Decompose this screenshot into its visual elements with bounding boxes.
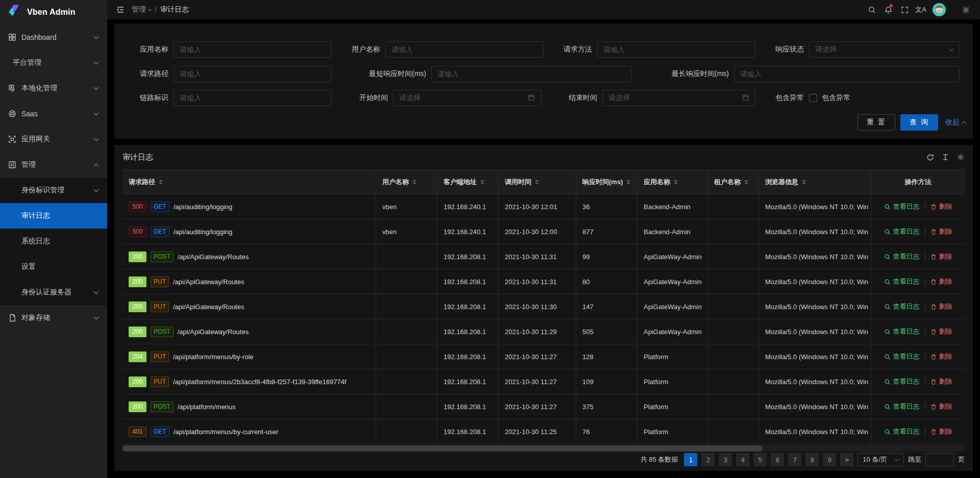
sidebar-item-audit-log[interactable]: 审计日志 xyxy=(0,203,107,229)
app-logo[interactable]: Vben Admin xyxy=(0,0,107,24)
sidebar-item-management[interactable]: 管理 xyxy=(0,152,107,178)
row-height-icon[interactable] xyxy=(942,154,949,161)
page-button-4[interactable]: 4 xyxy=(736,453,749,466)
menu-fold-icon[interactable] xyxy=(113,3,128,17)
sidebar-item-auth-server[interactable]: 身份认证服务器 xyxy=(0,280,107,305)
delete-button[interactable]: 删除 xyxy=(930,252,952,261)
column-header-5[interactable]: 响应时间(ms) xyxy=(576,170,638,194)
view-log-button[interactable]: 查看日志 xyxy=(884,427,920,436)
search-icon[interactable] xyxy=(864,0,880,19)
settings-gear-icon[interactable] xyxy=(958,0,974,19)
view-log-button[interactable]: 查看日志 xyxy=(884,377,920,386)
page-button-6[interactable]: 6 xyxy=(771,453,784,466)
user-avatar[interactable] xyxy=(931,0,947,19)
sort-caret[interactable] xyxy=(535,180,539,185)
fullscreen-icon[interactable] xyxy=(896,0,913,19)
horizontal-scrollbar-thumb[interactable] xyxy=(122,445,763,451)
query-button[interactable]: 查 询 xyxy=(900,114,938,131)
page-content: 应用名称 用户名称 请求方法 响应状态 请选择 xyxy=(107,19,980,478)
response-status-select[interactable]: 请选择 xyxy=(809,41,960,58)
include-exception-checkbox[interactable] xyxy=(809,94,817,102)
next-page-button[interactable]: > xyxy=(840,453,853,466)
table-settings-icon[interactable] xyxy=(957,153,965,161)
delete-button[interactable]: 删除 xyxy=(930,327,952,336)
sidebar-item-label: 平台管理 xyxy=(13,58,41,67)
view-log-button[interactable]: 查看日志 xyxy=(884,227,920,236)
jump-page-input[interactable] xyxy=(925,453,954,466)
refresh-icon[interactable] xyxy=(926,154,934,161)
delete-button[interactable]: 删除 xyxy=(930,202,952,211)
page-button-7[interactable]: 7 xyxy=(788,453,801,466)
page-button-8[interactable]: 8 xyxy=(805,453,819,466)
column-header-8[interactable]: 浏览器信息 xyxy=(759,170,871,194)
sort-caret[interactable] xyxy=(480,180,484,185)
delete-label: 删除 xyxy=(939,202,952,211)
page-button-1[interactable]: 1 xyxy=(684,453,697,466)
view-log-button[interactable]: 查看日志 xyxy=(884,302,920,311)
start-time-datepicker[interactable]: 请选择 xyxy=(393,90,541,106)
chevron-down-icon xyxy=(94,187,99,192)
notification-bell-icon[interactable] xyxy=(880,0,896,19)
sort-caret[interactable] xyxy=(802,180,806,185)
sidebar-item-saas[interactable]: Saas xyxy=(0,101,107,127)
sidebar-item-localization[interactable]: 本地化管理 xyxy=(0,76,107,101)
management-icon xyxy=(8,161,16,169)
date-placeholder: 请选择 xyxy=(608,93,630,103)
delete-button[interactable]: 删除 xyxy=(930,277,952,286)
page-button-3[interactable]: 3 xyxy=(719,453,732,466)
field-label: 结束时间 xyxy=(548,93,597,103)
view-log-button[interactable]: 查看日志 xyxy=(884,327,920,336)
delete-button[interactable]: 删除 xyxy=(930,227,952,236)
delete-label: 删除 xyxy=(939,352,952,361)
breadcrumb-item-management[interactable]: 管理 xyxy=(132,5,151,14)
call-time-cell: 2021-10-30 11:31 xyxy=(499,269,576,294)
sort-caret[interactable] xyxy=(674,180,678,185)
sidebar-item-identity-management[interactable]: 身份标识管理 xyxy=(0,178,107,203)
sidebar-item-settings[interactable]: 设置 xyxy=(0,254,107,280)
view-log-button[interactable]: 查看日志 xyxy=(884,277,920,286)
delete-label: 删除 xyxy=(939,277,952,286)
collapse-link[interactable]: 收起 xyxy=(945,118,966,127)
delete-button[interactable]: 删除 xyxy=(930,377,952,386)
user-name-input[interactable] xyxy=(385,41,544,58)
page-button-5[interactable]: 5 xyxy=(753,453,767,466)
sidebar-item-gateway[interactable]: 应用网关 xyxy=(0,127,107,152)
browser-info-cell: Mozilla/5.0 (Windows NT 10.0; Win xyxy=(759,269,871,294)
delete-button[interactable]: 删除 xyxy=(930,302,952,311)
app-name-input[interactable] xyxy=(174,41,332,58)
sidebar-item-label: 审计日志 xyxy=(21,211,50,220)
sidebar-item-system-log[interactable]: 系统日志 xyxy=(0,229,107,254)
request-path-input[interactable] xyxy=(174,66,332,82)
max-response-time-input[interactable] xyxy=(734,66,960,82)
sort-caret[interactable] xyxy=(626,180,630,185)
sort-caret[interactable] xyxy=(744,180,748,185)
sidebar-item-dashboard[interactable]: Dashboard xyxy=(0,24,107,50)
delete-button[interactable]: 删除 xyxy=(930,427,952,436)
view-log-button[interactable]: 查看日志 xyxy=(884,252,920,261)
sort-caret[interactable] xyxy=(412,180,416,185)
page-button-2[interactable]: 2 xyxy=(701,453,715,466)
view-log-button[interactable]: 查看日志 xyxy=(884,402,920,411)
column-header-2[interactable]: 用户名称 xyxy=(376,170,437,194)
reset-button[interactable]: 重 置 xyxy=(857,114,895,131)
request-method-input[interactable] xyxy=(597,41,755,58)
translate-icon[interactable]: 文A xyxy=(913,0,929,19)
sidebar-item-platform-management[interactable]: 平台管理 xyxy=(0,50,107,76)
end-time-datepicker[interactable]: 请选择 xyxy=(602,90,755,106)
column-header-4[interactable]: 调用时间 xyxy=(499,170,576,194)
view-log-button[interactable]: 查看日志 xyxy=(884,352,920,361)
page-size-select[interactable]: 10 条/页 xyxy=(857,453,904,466)
sidebar-item-object-storage[interactable]: 对象存储 xyxy=(0,305,107,331)
column-header-3[interactable]: 客户端地址 xyxy=(437,170,499,194)
sort-caret[interactable] xyxy=(159,180,163,185)
column-header-6[interactable]: 应用名称 xyxy=(638,170,708,194)
min-response-time-input[interactable] xyxy=(431,66,631,82)
delete-button[interactable]: 删除 xyxy=(930,352,952,361)
trace-id-input[interactable] xyxy=(174,90,332,106)
column-header-7[interactable]: 租户名称 xyxy=(708,170,759,194)
page-button-9[interactable]: 9 xyxy=(823,453,836,466)
tenant-name-cell xyxy=(708,369,759,394)
column-header-1[interactable]: 请求路径 xyxy=(122,170,376,194)
delete-button[interactable]: 删除 xyxy=(930,402,952,411)
view-log-button[interactable]: 查看日志 xyxy=(884,202,920,211)
